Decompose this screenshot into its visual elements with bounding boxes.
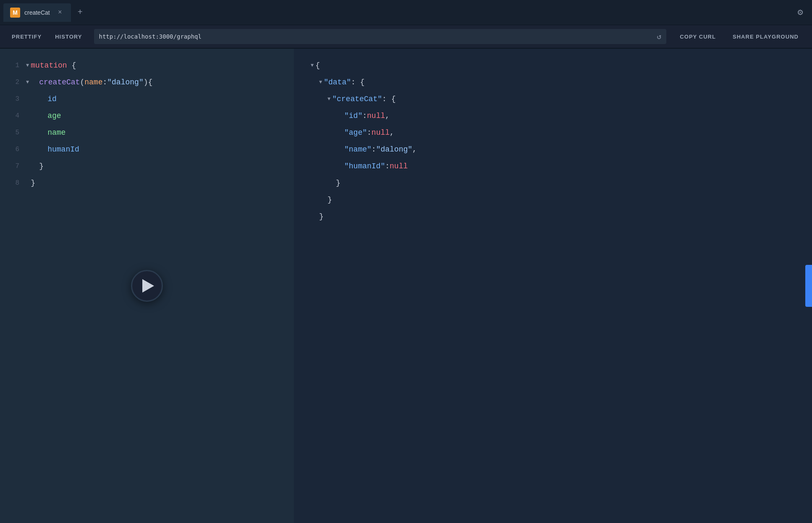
toolbar: PRETTIFY HISTORY ↺ COPY CURL SHARE PLAYG… xyxy=(0,25,812,49)
settings-icon[interactable]: ⚙ xyxy=(792,4,809,21)
code-line-6: 6 ▼ humanId xyxy=(0,141,294,158)
code-line-7: 7 ▼ } xyxy=(0,158,294,175)
result-colon-id: : xyxy=(362,107,367,124)
result-line-10: } xyxy=(304,208,802,225)
right-panel-tab[interactable] xyxy=(805,265,812,307)
tab-create-cat[interactable]: M createCat × xyxy=(3,3,71,22)
run-button-container xyxy=(131,270,163,302)
result-comma-age: , xyxy=(390,124,394,141)
result-code: ▼ { ▼ "data" : { ▼ "createCat" : { "id" … xyxy=(294,49,812,233)
line-number-7: 7 xyxy=(7,158,19,175)
result-line-6: "name" : "dalong" , xyxy=(304,141,802,158)
result-colon-age: : xyxy=(367,124,372,141)
run-button[interactable] xyxy=(131,270,163,302)
result-line-3: ▼ "createCat" : { xyxy=(304,91,802,107)
result-inner-close: } xyxy=(336,175,341,191)
code-line-2: 2 ▼ createCat(name:"dalong"){ xyxy=(0,74,294,91)
result-colon-name: : xyxy=(372,141,376,158)
arg-value: "dalong" xyxy=(107,78,143,86)
field-name: name xyxy=(47,124,65,141)
result-line-8: } xyxy=(304,175,802,191)
result-collapse-1[interactable]: ▼ xyxy=(311,57,314,74)
main-content: 1 ▼ mutation { 2 ▼ createCat(name:"dalon… xyxy=(0,49,812,523)
result-line-1: ▼ { xyxy=(304,57,802,74)
code-line-3: 3 ▼ id xyxy=(0,91,294,107)
result-line-7: "humanId" : null xyxy=(304,158,802,175)
tab-close-button[interactable]: × xyxy=(56,8,64,17)
result-line-5: "age" : null , xyxy=(304,124,802,141)
result-panel: ▼ { ▼ "data" : { ▼ "createCat" : { "id" … xyxy=(294,49,812,523)
result-val-id: null xyxy=(367,107,385,124)
collapse-arrow-2[interactable]: ▼ xyxy=(26,74,29,91)
code-line-4: 4 ▼ age xyxy=(0,107,294,124)
result-outer-close: } xyxy=(319,208,324,225)
copy-curl-button[interactable]: COPY CURL xyxy=(673,31,723,42)
line-number-4: 4 xyxy=(7,107,19,124)
play-icon xyxy=(142,279,154,293)
code-line-5: 5 ▼ name xyxy=(0,124,294,141)
new-tab-button[interactable]: + xyxy=(73,5,88,20)
result-val-name: "dalong" xyxy=(376,141,412,158)
result-line-4: "id" : null , xyxy=(304,107,802,124)
paren-open: ( xyxy=(80,78,84,86)
result-collapse-3[interactable]: ▼ xyxy=(327,91,330,107)
line-number-3: 3 xyxy=(7,91,19,107)
result-collapse-2[interactable]: ▼ xyxy=(319,74,322,91)
result-comma-name: , xyxy=(412,141,417,158)
result-line-2: ▼ "data" : { xyxy=(304,74,802,91)
history-button[interactable]: HISTORY xyxy=(50,31,87,42)
paren-close: ) xyxy=(144,78,148,86)
result-comma-id: , xyxy=(385,107,390,124)
result-val-age: null xyxy=(372,124,390,141)
result-key-data: "data" xyxy=(324,74,351,91)
share-playground-button[interactable]: SHARE PLAYGROUND xyxy=(726,31,805,42)
result-key-id: "id" xyxy=(344,107,362,124)
prettify-button[interactable]: PRETTIFY xyxy=(7,31,47,42)
result-key-humanid: "humanId" xyxy=(344,158,385,175)
url-input-container: ↺ xyxy=(94,29,667,44)
code-line-8: 8 ▼ } xyxy=(0,175,294,191)
brace-open-2: { xyxy=(148,78,153,86)
field-age: age xyxy=(47,107,61,124)
keyword-mutation: mutation xyxy=(31,57,67,74)
field-id: id xyxy=(47,91,57,107)
result-val-humanid: null xyxy=(390,158,408,175)
collapse-arrow-1[interactable]: ▼ xyxy=(26,57,29,74)
tab-logo: M xyxy=(10,8,20,18)
code-editor[interactable]: 1 ▼ mutation { 2 ▼ createCat(name:"dalon… xyxy=(0,49,294,200)
result-brace-open: { xyxy=(315,57,320,74)
result-key-createcat: "createCat" xyxy=(332,91,382,107)
result-colon-createcat: : { xyxy=(382,91,396,107)
field-human-id: humanId xyxy=(47,141,79,158)
line-number-8: 8 xyxy=(7,175,19,191)
result-key-age: "age" xyxy=(344,124,367,141)
result-colon-humanid: : xyxy=(385,158,390,175)
line-number-2: 2 xyxy=(7,74,19,91)
function-name: createCat xyxy=(39,78,80,86)
tab-name: createCat xyxy=(24,9,50,16)
arg-name: name xyxy=(84,78,102,86)
tab-bar: M createCat × + ⚙ xyxy=(0,0,812,25)
code-line-1: 1 ▼ mutation { xyxy=(0,57,294,74)
close-brace-7: } xyxy=(39,158,44,175)
editor-panel: 1 ▼ mutation { 2 ▼ createCat(name:"dalon… xyxy=(0,49,294,523)
line-number-1: 1 xyxy=(7,57,19,74)
reload-icon[interactable]: ↺ xyxy=(657,32,661,41)
brace-open-1: { xyxy=(67,57,76,74)
url-input[interactable] xyxy=(99,33,654,40)
close-brace-8: } xyxy=(31,175,35,191)
colon: : xyxy=(102,78,107,86)
line-number-6: 6 xyxy=(7,141,19,158)
result-data-close: } xyxy=(327,191,332,208)
line-number-5: 5 xyxy=(7,124,19,141)
result-key-name: "name" xyxy=(344,141,372,158)
result-colon-data: : { xyxy=(351,74,364,91)
result-line-9: } xyxy=(304,191,802,208)
